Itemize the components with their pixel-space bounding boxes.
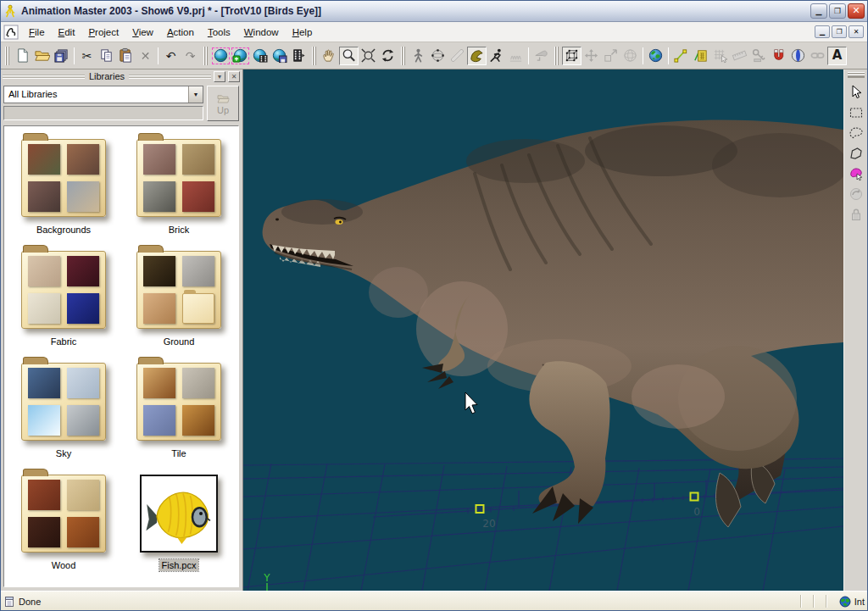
action-mode-button[interactable] [487,47,506,65]
path-marker-20[interactable] [476,505,484,513]
cut-button[interactable]: ✂ [77,47,97,65]
toolbar-grip[interactable] [5,47,9,65]
undo-icon: ↶ [166,50,176,62]
toolbar-grip[interactable] [401,47,405,65]
turn-view-button[interactable] [378,47,398,65]
open-project-button[interactable] [32,47,52,65]
mdi-close-button[interactable]: ✕ [849,25,864,38]
menu-file[interactable]: File [22,25,52,40]
folder-icon [136,251,221,329]
muscle-mode-button[interactable] [467,47,487,65]
app-logo-icon [3,25,19,40]
texture-thumbnail [28,181,60,212]
menu-project[interactable]: Project [81,25,125,40]
ruler-icon [732,47,748,64]
library-item-sky[interactable]: Sky [6,355,121,462]
zoom-tool-button[interactable] [339,47,359,65]
world-coordinates-button[interactable] [646,47,665,65]
mdi-minimize-button[interactable]: ▁ [815,25,830,38]
new-project-button[interactable] [13,47,32,65]
quick-render-button[interactable] [250,47,270,65]
menu-action[interactable]: Action [160,25,201,40]
viewport-canvas[interactable]: 20 0 [243,69,843,591]
bound-manipulator-button[interactable] [562,47,581,65]
undo-button[interactable]: ↶ [161,47,181,65]
library-item-fabric[interactable]: Fabric [6,243,121,350]
library-item-tile[interactable]: Tile [121,355,236,462]
preview-animation-button[interactable] [289,47,309,65]
folder-icon [21,251,106,329]
menu-view[interactable]: View [125,25,160,40]
floppy-icon [53,47,70,64]
toolbar-grip[interactable] [554,47,559,65]
image-thumbnail [140,475,218,553]
toolbar-grip[interactable] [203,47,208,65]
pointer-icon [848,84,865,101]
save-project-button[interactable] [52,47,71,65]
save-animation-button[interactable] [270,47,289,65]
mirror-mode-button[interactable] [788,47,808,65]
texture-thumbnail [67,368,99,398]
menu-bar: FileEditProjectViewActionToolsWindowHelp… [0,22,868,42]
texture-thumbnail [182,368,214,398]
copy-button[interactable] [97,47,116,65]
minimize-button[interactable]: ▁ [810,3,827,19]
library-filter-select[interactable]: All Libraries ▼ [3,86,203,103]
status-bar: Done Int [0,591,868,611]
y-axis-indicator: Y [263,572,270,591]
status-right-panes: Int [794,595,865,608]
library-item-wood[interactable]: Wood [6,467,121,574]
subfolder-thumbnail [182,293,214,324]
restore-button[interactable]: ❐ [829,3,846,19]
sphere-add-icon [232,47,248,64]
modeling-mode-button[interactable] [428,47,448,65]
rect-select-tool-button[interactable] [846,103,866,122]
scale-manipulator-button [601,47,620,65]
viewport[interactable]: 20 0 [243,69,843,591]
show-bias-handles-button[interactable] [671,47,691,65]
trex-model[interactable] [263,119,843,527]
library-item-ground[interactable]: Ground [121,243,236,350]
menu-tools[interactable]: Tools [201,25,237,40]
snap-magnet-button[interactable] [769,47,788,65]
dynamics-mode-button [506,47,526,65]
menu-window[interactable]: Window [237,25,286,40]
menu-help[interactable]: Help [286,25,320,40]
library-item-backgrounds[interactable]: Backgrounds [6,131,121,238]
toolbar-separator [643,47,643,64]
select-tool-button[interactable] [846,82,866,102]
toolbar-grip[interactable] [848,72,865,78]
delete-icon: ✕ [141,50,151,62]
render-mode-button[interactable] [211,47,231,65]
zoom-to-fit-button[interactable] [359,47,378,65]
toolbar-grip[interactable] [312,47,316,65]
texture-thumbnail [67,405,99,436]
skeletal-mode-button[interactable] [409,47,428,65]
lasso-select-tool-button[interactable] [846,123,866,142]
toolbar-separator [158,47,159,64]
patch-select-tool-button[interactable] [846,164,866,183]
dropdown-arrow-icon[interactable]: ▼ [188,86,203,103]
movearrows-icon [583,47,599,64]
poly-select-tool-button[interactable] [846,143,866,163]
library-item-label: Brick [166,224,192,236]
translate-manipulator-button [581,47,601,65]
menu-edit[interactable]: Edit [52,25,82,40]
library-item-brick[interactable]: Brick [121,131,236,238]
panel-collapse-button[interactable]: ▾ [214,71,225,82]
mdi-restore-button[interactable]: ❐ [832,25,847,38]
texture-thumbnail [67,480,99,510]
menu-list: FileEditProjectViewActionToolsWindowHelp [22,24,815,40]
library-item-fish-pcx[interactable]: Fish.pcx [121,467,236,574]
pan-tool-button[interactable] [320,47,339,65]
library-filter-value: All Libraries [4,86,188,103]
font-wizard-button[interactable]: A [827,47,847,65]
panel-close-button[interactable]: ✕ [228,71,240,82]
show-key-info-button[interactable] [691,47,710,65]
redo-icon: ↷ [186,50,196,62]
render-to-file-button[interactable] [231,47,250,65]
close-button[interactable]: ✕ [848,3,865,19]
paste-button[interactable] [116,47,136,65]
title-bar[interactable]: Animation Master 2003 - Show6 V9.prj * -… [0,0,868,22]
rotate-manipulator-button [620,47,640,65]
